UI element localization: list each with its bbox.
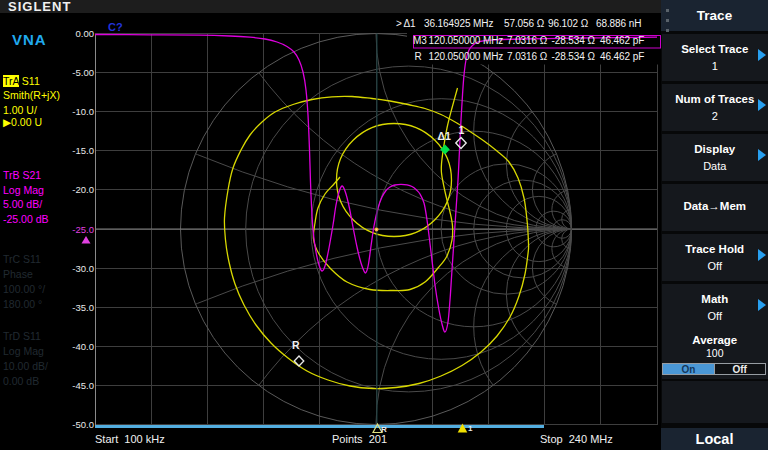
svg-text:1: 1 bbox=[468, 424, 473, 433]
svg-text:1: 1 bbox=[459, 124, 465, 136]
svg-text:Δ1: Δ1 bbox=[438, 130, 452, 142]
svg-text:R: R bbox=[292, 339, 300, 351]
